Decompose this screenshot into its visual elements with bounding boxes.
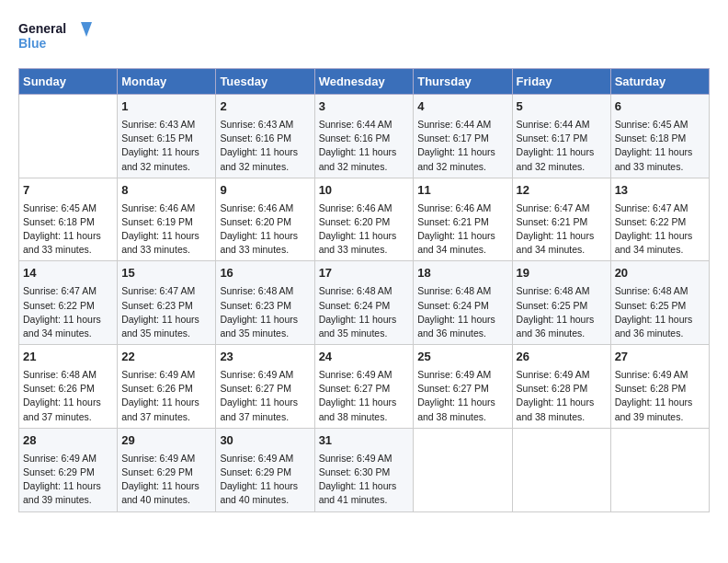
day-number: 5 (517, 98, 607, 116)
day-number: 23 (220, 349, 310, 366)
week-row-1: 1Sunrise: 6:43 AMSunset: 6:15 PMDaylight… (19, 95, 710, 178)
sunset-text: Sunset: 6:18 PM (23, 215, 113, 229)
calendar-cell: 28Sunrise: 6:49 AMSunset: 6:29 PMDayligh… (19, 428, 118, 511)
daylight-text: Daylight: 11 hours and 35 minutes. (220, 313, 310, 340)
col-header-wednesday: Wednesday (314, 69, 414, 95)
calendar-cell: 18Sunrise: 6:48 AMSunset: 6:24 PMDayligh… (414, 261, 512, 345)
sunrise-text: Sunrise: 6:46 AM (319, 201, 410, 215)
day-number: 2 (220, 98, 310, 116)
sunset-text: Sunset: 6:24 PM (319, 299, 410, 313)
sunrise-text: Sunrise: 6:46 AM (417, 201, 507, 215)
logo: General Blue (18, 18, 92, 59)
day-number: 18 (417, 265, 507, 282)
sunset-text: Sunset: 6:29 PM (121, 465, 211, 479)
sunrise-text: Sunrise: 6:48 AM (220, 284, 310, 298)
sunrise-text: Sunrise: 6:46 AM (220, 201, 310, 215)
daylight-text: Daylight: 11 hours and 37 minutes. (220, 396, 310, 423)
calendar-cell: 11Sunrise: 6:46 AMSunset: 6:21 PMDayligh… (414, 178, 512, 261)
day-number: 9 (220, 182, 310, 200)
calendar-cell (610, 428, 709, 511)
sunset-text: Sunset: 6:22 PM (615, 215, 705, 229)
calendar-cell: 23Sunrise: 6:49 AMSunset: 6:27 PMDayligh… (216, 345, 314, 429)
col-header-saturday: Saturday (610, 69, 709, 95)
daylight-text: Daylight: 11 hours and 33 minutes. (615, 145, 705, 173)
sunrise-text: Sunrise: 6:46 AM (121, 201, 211, 215)
sunrise-text: Sunrise: 6:45 AM (23, 201, 113, 215)
calendar-cell: 13Sunrise: 6:47 AMSunset: 6:22 PMDayligh… (610, 178, 709, 261)
sunset-text: Sunset: 6:29 PM (220, 465, 310, 479)
sunset-text: Sunset: 6:25 PM (615, 299, 705, 313)
sunset-text: Sunset: 6:26 PM (23, 382, 113, 396)
sunrise-text: Sunrise: 6:49 AM (319, 452, 410, 465)
calendar-cell: 26Sunrise: 6:49 AMSunset: 6:28 PMDayligh… (512, 345, 610, 429)
sunset-text: Sunset: 6:15 PM (121, 132, 211, 145)
calendar-cell (414, 428, 512, 511)
sunset-text: Sunset: 6:21 PM (417, 215, 507, 229)
svg-marker-2 (81, 22, 92, 37)
sunset-text: Sunset: 6:23 PM (121, 299, 211, 313)
sunrise-text: Sunrise: 6:47 AM (517, 201, 607, 215)
sunset-text: Sunset: 6:30 PM (319, 465, 410, 479)
daylight-text: Daylight: 11 hours and 34 minutes. (23, 313, 113, 340)
daylight-text: Daylight: 11 hours and 35 minutes. (319, 313, 410, 340)
calendar-cell: 9Sunrise: 6:46 AMSunset: 6:20 PMDaylight… (216, 178, 314, 261)
calendar-cell: 14Sunrise: 6:47 AMSunset: 6:22 PMDayligh… (19, 261, 118, 345)
day-number: 17 (319, 265, 410, 282)
day-number: 30 (220, 432, 310, 450)
sunrise-text: Sunrise: 6:48 AM (417, 284, 507, 298)
sunrise-text: Sunrise: 6:48 AM (615, 284, 705, 298)
sunset-text: Sunset: 6:16 PM (319, 132, 410, 145)
calendar-cell: 31Sunrise: 6:49 AMSunset: 6:30 PMDayligh… (314, 428, 414, 511)
day-number: 28 (23, 432, 113, 450)
week-row-4: 21Sunrise: 6:48 AMSunset: 6:26 PMDayligh… (19, 345, 710, 429)
day-number: 20 (615, 265, 705, 282)
calendar-cell: 29Sunrise: 6:49 AMSunset: 6:29 PMDayligh… (118, 428, 216, 511)
daylight-text: Daylight: 11 hours and 36 minutes. (615, 313, 705, 340)
sunrise-text: Sunrise: 6:47 AM (23, 284, 113, 298)
sunset-text: Sunset: 6:19 PM (121, 215, 211, 229)
sunrise-text: Sunrise: 6:44 AM (417, 118, 507, 132)
day-number: 14 (23, 265, 113, 282)
sunrise-text: Sunrise: 6:47 AM (121, 284, 211, 298)
sunrise-text: Sunrise: 6:49 AM (121, 452, 211, 465)
day-number: 26 (517, 349, 607, 366)
calendar-cell: 21Sunrise: 6:48 AMSunset: 6:26 PMDayligh… (19, 345, 118, 429)
daylight-text: Daylight: 11 hours and 36 minutes. (417, 313, 507, 340)
calendar-cell: 27Sunrise: 6:49 AMSunset: 6:28 PMDayligh… (610, 345, 709, 429)
svg-text:Blue: Blue (18, 36, 47, 51)
sunset-text: Sunset: 6:28 PM (517, 382, 607, 396)
calendar-cell: 25Sunrise: 6:49 AMSunset: 6:27 PMDayligh… (414, 345, 512, 429)
sunset-text: Sunset: 6:27 PM (319, 382, 410, 396)
sunrise-text: Sunrise: 6:48 AM (319, 284, 410, 298)
day-number: 4 (417, 98, 507, 116)
day-number: 15 (121, 265, 211, 282)
day-number: 11 (417, 182, 507, 200)
day-number: 22 (121, 349, 211, 366)
sunset-text: Sunset: 6:16 PM (220, 132, 310, 145)
sunrise-text: Sunrise: 6:48 AM (517, 284, 607, 298)
daylight-text: Daylight: 11 hours and 35 minutes. (121, 313, 211, 340)
sunrise-text: Sunrise: 6:49 AM (220, 368, 310, 382)
sunrise-text: Sunrise: 6:49 AM (417, 368, 507, 382)
day-number: 29 (121, 432, 211, 450)
calendar-cell: 17Sunrise: 6:48 AMSunset: 6:24 PMDayligh… (314, 261, 414, 345)
daylight-text: Daylight: 11 hours and 32 minutes. (517, 145, 607, 173)
sunrise-text: Sunrise: 6:47 AM (615, 201, 705, 215)
daylight-text: Daylight: 11 hours and 34 minutes. (417, 229, 507, 257)
calendar-cell: 8Sunrise: 6:46 AMSunset: 6:19 PMDaylight… (118, 178, 216, 261)
sunset-text: Sunset: 6:27 PM (220, 382, 310, 396)
daylight-text: Daylight: 11 hours and 41 minutes. (319, 479, 410, 507)
calendar-cell: 19Sunrise: 6:48 AMSunset: 6:25 PMDayligh… (512, 261, 610, 345)
day-number: 31 (319, 432, 410, 450)
day-number: 12 (517, 182, 607, 200)
week-row-5: 28Sunrise: 6:49 AMSunset: 6:29 PMDayligh… (19, 428, 710, 511)
sunrise-text: Sunrise: 6:43 AM (121, 118, 211, 132)
sunset-text: Sunset: 6:20 PM (220, 215, 310, 229)
calendar-cell: 3Sunrise: 6:44 AMSunset: 6:16 PMDaylight… (314, 95, 414, 178)
daylight-text: Daylight: 11 hours and 38 minutes. (517, 396, 607, 423)
daylight-text: Daylight: 11 hours and 40 minutes. (220, 479, 310, 507)
sunrise-text: Sunrise: 6:49 AM (23, 452, 113, 465)
col-header-tuesday: Tuesday (216, 69, 314, 95)
sunset-text: Sunset: 6:25 PM (517, 299, 607, 313)
sunset-text: Sunset: 6:23 PM (220, 299, 310, 313)
